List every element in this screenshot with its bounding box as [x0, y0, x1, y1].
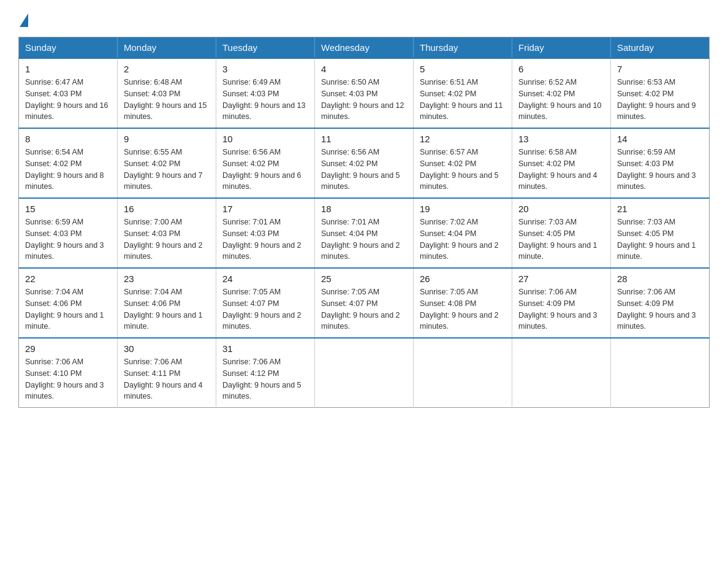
calendar-cell: 22Sunrise: 7:04 AMSunset: 4:06 PMDayligh… — [19, 268, 118, 338]
calendar-table: SundayMondayTuesdayWednesdayThursdayFrid… — [18, 37, 710, 408]
calendar-cell: 3Sunrise: 6:49 AMSunset: 4:03 PMDaylight… — [216, 58, 315, 128]
day-info: Sunrise: 7:06 AMSunset: 4:09 PMDaylight:… — [518, 286, 604, 332]
day-info: Sunrise: 7:03 AMSunset: 4:05 PMDaylight:… — [518, 216, 604, 262]
day-info: Sunrise: 7:05 AMSunset: 4:08 PMDaylight:… — [420, 286, 506, 332]
calendar-cell: 15Sunrise: 6:59 AMSunset: 4:03 PMDayligh… — [19, 198, 118, 268]
day-of-week-header: Tuesday — [216, 37, 315, 59]
day-number: 29 — [25, 343, 111, 354]
day-info: Sunrise: 6:49 AMSunset: 4:03 PMDaylight:… — [222, 77, 308, 123]
day-number: 26 — [420, 274, 506, 284]
day-number: 19 — [420, 204, 506, 214]
calendar-cell: 2Sunrise: 6:48 AMSunset: 4:03 PMDaylight… — [118, 58, 216, 128]
day-info: Sunrise: 7:05 AMSunset: 4:07 PMDaylight:… — [321, 286, 407, 332]
day-number: 6 — [518, 64, 604, 74]
calendar-cell: 11Sunrise: 6:56 AMSunset: 4:02 PMDayligh… — [315, 128, 414, 198]
day-number: 14 — [617, 134, 703, 144]
calendar-cell: 29Sunrise: 7:06 AMSunset: 4:10 PMDayligh… — [19, 338, 118, 408]
day-info: Sunrise: 7:00 AMSunset: 4:03 PMDaylight:… — [124, 216, 210, 262]
week-row: 1Sunrise: 6:47 AMSunset: 4:03 PMDaylight… — [19, 58, 710, 128]
day-info: Sunrise: 6:58 AMSunset: 4:02 PMDaylight:… — [518, 147, 604, 193]
day-info: Sunrise: 7:02 AMSunset: 4:04 PMDaylight:… — [420, 216, 506, 262]
day-number: 20 — [518, 204, 604, 214]
day-info: Sunrise: 7:06 AMSunset: 4:11 PMDaylight:… — [124, 356, 210, 402]
day-info: Sunrise: 7:06 AMSunset: 4:12 PMDaylight:… — [222, 356, 308, 402]
day-number: 2 — [124, 64, 210, 74]
calendar-cell: 12Sunrise: 6:57 AMSunset: 4:02 PMDayligh… — [414, 128, 512, 198]
calendar-body: 1Sunrise: 6:47 AMSunset: 4:03 PMDaylight… — [19, 58, 710, 408]
day-number: 21 — [617, 204, 703, 214]
day-info: Sunrise: 7:06 AMSunset: 4:09 PMDaylight:… — [617, 286, 703, 332]
day-number: 28 — [617, 274, 703, 284]
day-number: 30 — [124, 343, 210, 354]
logo-triangle-icon — [20, 13, 28, 27]
calendar-cell: 26Sunrise: 7:05 AMSunset: 4:08 PMDayligh… — [414, 268, 512, 338]
day-number: 5 — [420, 64, 506, 74]
day-info: Sunrise: 6:52 AMSunset: 4:02 PMDaylight:… — [518, 77, 604, 123]
calendar-cell: 28Sunrise: 7:06 AMSunset: 4:09 PMDayligh… — [611, 268, 710, 338]
day-number: 25 — [321, 274, 407, 284]
day-of-week-header: Friday — [512, 37, 611, 59]
calendar-cell: 8Sunrise: 6:54 AMSunset: 4:02 PMDaylight… — [19, 128, 118, 198]
day-number: 24 — [222, 274, 308, 284]
calendar-cell: 19Sunrise: 7:02 AMSunset: 4:04 PMDayligh… — [414, 198, 512, 268]
calendar-cell: 25Sunrise: 7:05 AMSunset: 4:07 PMDayligh… — [315, 268, 414, 338]
day-of-week-header: Thursday — [414, 37, 512, 59]
week-row: 8Sunrise: 6:54 AMSunset: 4:02 PMDaylight… — [19, 128, 710, 198]
calendar-cell: 6Sunrise: 6:52 AMSunset: 4:02 PMDaylight… — [512, 58, 611, 128]
day-info: Sunrise: 6:53 AMSunset: 4:02 PMDaylight:… — [617, 77, 703, 123]
day-info: Sunrise: 6:54 AMSunset: 4:02 PMDaylight:… — [25, 147, 111, 193]
day-info: Sunrise: 6:59 AMSunset: 4:03 PMDaylight:… — [617, 147, 703, 193]
calendar-cell: 1Sunrise: 6:47 AMSunset: 4:03 PMDaylight… — [19, 58, 118, 128]
day-number: 27 — [518, 274, 604, 284]
day-number: 16 — [124, 204, 210, 214]
day-number: 10 — [222, 134, 308, 144]
calendar-cell: 24Sunrise: 7:05 AMSunset: 4:07 PMDayligh… — [216, 268, 315, 338]
day-number: 4 — [321, 64, 407, 74]
calendar-cell: 16Sunrise: 7:00 AMSunset: 4:03 PMDayligh… — [118, 198, 216, 268]
calendar-cell: 4Sunrise: 6:50 AMSunset: 4:03 PMDaylight… — [315, 58, 414, 128]
day-number: 7 — [617, 64, 703, 74]
calendar-cell: 21Sunrise: 7:03 AMSunset: 4:05 PMDayligh… — [611, 198, 710, 268]
day-of-week-header: Saturday — [611, 37, 710, 59]
day-of-week-header: Monday — [118, 37, 216, 59]
day-of-week-header: Wednesday — [315, 37, 414, 59]
day-number: 8 — [25, 134, 111, 144]
day-info: Sunrise: 7:04 AMSunset: 4:06 PMDaylight:… — [25, 286, 111, 332]
day-of-week-header: Sunday — [19, 37, 118, 59]
day-number: 15 — [25, 204, 111, 214]
calendar-cell: 17Sunrise: 7:01 AMSunset: 4:03 PMDayligh… — [216, 198, 315, 268]
day-info: Sunrise: 7:05 AMSunset: 4:07 PMDaylight:… — [222, 286, 308, 332]
day-info: Sunrise: 6:48 AMSunset: 4:03 PMDaylight:… — [124, 77, 210, 123]
day-info: Sunrise: 6:51 AMSunset: 4:02 PMDaylight:… — [420, 77, 506, 123]
day-number: 11 — [321, 134, 407, 144]
calendar-cell: 18Sunrise: 7:01 AMSunset: 4:04 PMDayligh… — [315, 198, 414, 268]
day-info: Sunrise: 7:03 AMSunset: 4:05 PMDaylight:… — [617, 216, 703, 262]
day-number: 31 — [222, 343, 308, 354]
calendar-cell: 14Sunrise: 6:59 AMSunset: 4:03 PMDayligh… — [611, 128, 710, 198]
calendar-cell — [315, 338, 414, 408]
day-number: 3 — [222, 64, 308, 74]
day-number: 23 — [124, 274, 210, 284]
page-header — [18, 12, 710, 25]
calendar-cell: 5Sunrise: 6:51 AMSunset: 4:02 PMDaylight… — [414, 58, 512, 128]
day-info: Sunrise: 6:47 AMSunset: 4:03 PMDaylight:… — [25, 77, 111, 123]
day-number: 1 — [25, 64, 111, 74]
day-info: Sunrise: 6:55 AMSunset: 4:02 PMDaylight:… — [124, 147, 210, 193]
calendar-cell: 20Sunrise: 7:03 AMSunset: 4:05 PMDayligh… — [512, 198, 611, 268]
calendar-cell: 27Sunrise: 7:06 AMSunset: 4:09 PMDayligh… — [512, 268, 611, 338]
calendar-cell — [414, 338, 512, 408]
calendar-cell — [512, 338, 611, 408]
week-row: 15Sunrise: 6:59 AMSunset: 4:03 PMDayligh… — [19, 198, 710, 268]
week-row: 29Sunrise: 7:06 AMSunset: 4:10 PMDayligh… — [19, 338, 710, 408]
day-number: 22 — [25, 274, 111, 284]
day-number: 18 — [321, 204, 407, 214]
day-number: 13 — [518, 134, 604, 144]
day-info: Sunrise: 6:50 AMSunset: 4:03 PMDaylight:… — [321, 77, 407, 123]
day-info: Sunrise: 6:57 AMSunset: 4:02 PMDaylight:… — [420, 147, 506, 193]
day-info: Sunrise: 6:56 AMSunset: 4:02 PMDaylight:… — [222, 147, 308, 193]
day-info: Sunrise: 7:01 AMSunset: 4:03 PMDaylight:… — [222, 216, 308, 262]
logo — [18, 12, 28, 25]
calendar-cell: 31Sunrise: 7:06 AMSunset: 4:12 PMDayligh… — [216, 338, 315, 408]
calendar-header: SundayMondayTuesdayWednesdayThursdayFrid… — [19, 37, 710, 59]
day-info: Sunrise: 6:56 AMSunset: 4:02 PMDaylight:… — [321, 147, 407, 193]
